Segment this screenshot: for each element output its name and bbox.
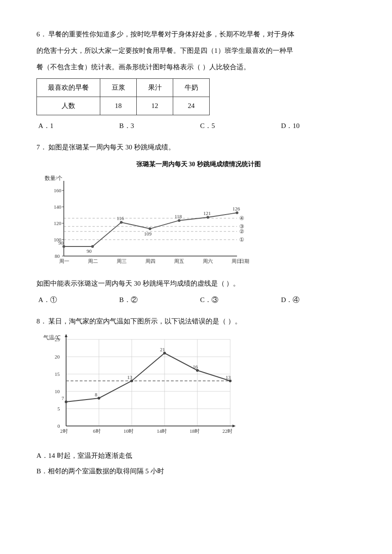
q8-number: 8．: [36, 318, 47, 325]
q7-option-d[interactable]: D．④: [279, 294, 361, 306]
svg-text:109: 109: [144, 231, 152, 236]
svg-point-41: [236, 211, 238, 214]
q6-option-b[interactable]: B．3: [118, 120, 199, 132]
svg-text:5: 5: [57, 406, 60, 411]
table-header-1: 豆浆: [100, 79, 137, 97]
q6-number: 6．: [36, 31, 47, 38]
svg-text:118: 118: [175, 214, 182, 219]
q8-option-a[interactable]: A．14 时起，室温开始逐渐走低: [36, 449, 360, 462]
svg-text:18时: 18时: [190, 428, 200, 434]
svg-text:7: 7: [62, 395, 64, 401]
q8-temp-chart: 气温/℃ 0 5 10 15 20 25 2时: [41, 333, 242, 442]
svg-point-39: [206, 216, 209, 219]
svg-text:③: ③: [239, 223, 244, 230]
table-row-0: 人数: [37, 97, 100, 115]
q7-option-b[interactable]: B．②: [118, 294, 199, 306]
q7-line-chart: 数量/个 ① ② ③ ④ 80 100 120: [41, 172, 255, 270]
q8-text1: 某日，淘气家的室内气温如下图所示，以下说法错误的是（ ）。: [48, 318, 242, 325]
q6-options: A．1 B．3 C．5 D．10: [36, 120, 360, 132]
q6-text2: 的危害十分大，所以大家一定要按时食用早餐。下图是四（1）班学生最喜欢的一种早: [36, 44, 360, 57]
q7-chart-title: 张璐某一周内每天 30 秒跳绳成绩情况统计图: [36, 159, 360, 170]
svg-text:90: 90: [87, 248, 92, 254]
q6-option-d[interactable]: D．10: [279, 120, 361, 132]
svg-text:15: 15: [55, 371, 60, 377]
q7-option-a[interactable]: A．①: [36, 294, 118, 306]
q7-number: 7．: [36, 144, 47, 151]
svg-text:13: 13: [127, 374, 133, 380]
svg-text:数量/个: 数量/个: [45, 175, 62, 181]
svg-text:④: ④: [239, 215, 244, 221]
q7-chart-container: 张璐某一周内每天 30 秒跳绳成绩情况统计图 数量/个 ① ② ③ ④: [36, 159, 360, 274]
question-8: 8． 某日，淘气家的室内气温如下图所示，以下说法错误的是（ ）。 气温/℃: [36, 314, 360, 478]
q6-option-c[interactable]: C．5: [198, 120, 279, 132]
svg-text:周二: 周二: [88, 258, 98, 264]
q7-intro: 7． 如图是张璐某一周内每天 30 秒跳绳成绩。: [36, 140, 360, 154]
svg-text:160: 160: [54, 188, 62, 193]
svg-text:121: 121: [203, 210, 211, 216]
table-row-1: 18: [100, 97, 137, 115]
q6-text3: 餐（不包含主食）统计表。画条形统计图时每格表示（ ）人比较合适。: [36, 60, 360, 74]
svg-text:21: 21: [160, 347, 165, 352]
svg-text:10时: 10时: [124, 428, 134, 434]
svg-text:6时: 6时: [93, 428, 101, 434]
svg-text:10: 10: [55, 389, 60, 394]
svg-text:2时: 2时: [60, 428, 68, 434]
svg-text:116: 116: [117, 215, 124, 221]
svg-text:周三: 周三: [117, 258, 127, 264]
svg-text:周四: 周四: [145, 258, 155, 264]
table-row-3: 24: [173, 97, 210, 115]
svg-point-37: [178, 219, 181, 222]
svg-text:25: 25: [55, 337, 60, 342]
svg-text:140: 140: [54, 204, 62, 210]
svg-text:90: 90: [58, 240, 64, 246]
svg-text:①: ①: [239, 236, 244, 243]
table-header-0: 最喜欢的早餐: [37, 79, 100, 97]
q6-option-a[interactable]: A．1: [36, 120, 118, 132]
svg-text:周六: 周六: [203, 258, 213, 264]
q8-chart-container: 气温/℃ 0 5 10 15 20 25 2时: [36, 333, 360, 446]
table-row-2: 12: [137, 97, 173, 115]
svg-text:周五: 周五: [174, 258, 184, 264]
svg-point-33: [120, 221, 123, 224]
q8-text: 8． 某日，淘气家的室内气温如下图所示，以下说法错误的是（ ）。: [36, 314, 360, 328]
svg-marker-71: [65, 334, 67, 337]
svg-point-75: [98, 397, 100, 400]
q6-text1: 早餐的重要性你知道多少，按时吃早餐对于身体好处多，长期不吃早餐，对于身体: [48, 31, 294, 38]
svg-point-31: [91, 245, 94, 248]
q7-question: 如图中能表示张璐这一周内每天 30 秒跳绳平均成绩的虚线是（ ）。: [36, 277, 360, 290]
svg-text:20: 20: [55, 354, 60, 359]
table-header-2: 果汁: [137, 79, 173, 97]
svg-point-73: [65, 400, 67, 403]
svg-point-35: [149, 227, 151, 230]
q6-text: 6． 早餐的重要性你知道多少，按时吃早餐对于身体好处多，长期不吃早餐，对于身体: [36, 27, 360, 41]
svg-marker-69: [232, 425, 236, 427]
svg-text:日期: 日期: [239, 258, 249, 264]
q7-text1: 如图是张璐某一周内每天 30 秒跳绳成绩。: [48, 144, 175, 151]
svg-text:13: 13: [226, 374, 231, 380]
svg-text:126: 126: [232, 206, 240, 211]
q6-table: 最喜欢的早餐 豆浆 果汁 牛奶 人数 18 12 24: [36, 78, 210, 115]
svg-text:14时: 14时: [157, 428, 167, 434]
question-6: 6． 早餐的重要性你知道多少，按时吃早餐对于身体好处多，长期不吃早餐，对于身体 …: [36, 27, 360, 132]
q7-options: A．① B．② C．③ D．④: [36, 294, 360, 306]
q8-option-b[interactable]: B．相邻的两个室温数据的取得间隔 5 小时: [36, 464, 360, 478]
svg-text:周一: 周一: [59, 258, 69, 264]
question-7: 7． 如图是张璐某一周内每天 30 秒跳绳成绩。 张璐某一周内每天 30 秒跳绳…: [36, 140, 360, 306]
svg-text:16: 16: [193, 364, 198, 369]
svg-text:8: 8: [95, 392, 98, 397]
q7-option-c[interactable]: C．③: [198, 294, 279, 306]
svg-text:120: 120: [54, 221, 62, 226]
table-header-3: 牛奶: [173, 79, 210, 97]
svg-text:22时: 22时: [222, 428, 232, 434]
